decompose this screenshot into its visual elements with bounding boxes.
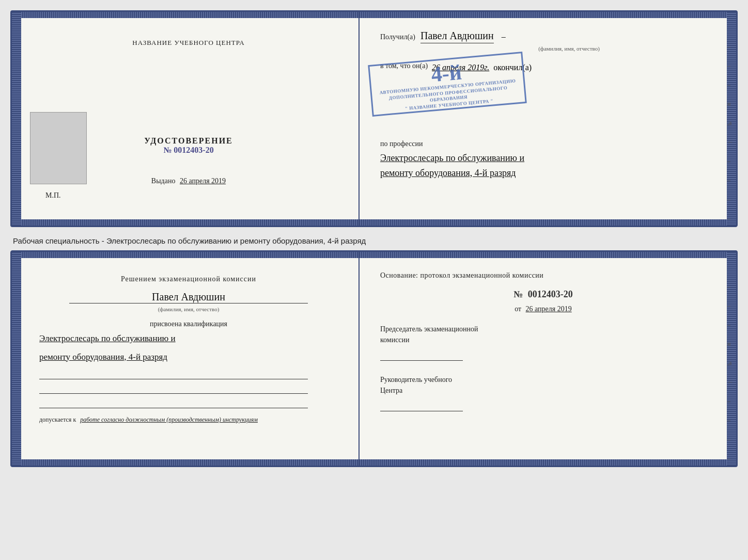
recipient-row: Получил(а) Павел Авдюшин – — [380, 30, 706, 44]
person-name: Павел Авдюшин — [69, 291, 308, 303]
mark-4: и — [727, 100, 734, 108]
right-side-marks: – – – и ,а ← – – – – — [727, 43, 734, 222]
mark-8: – — [727, 177, 734, 184]
chairman-line1: Председатель экзаменационной — [380, 324, 706, 334]
допускается-text: работе согласно должностным (производств… — [80, 416, 258, 423]
bmark-4: и — [727, 340, 734, 348]
top-doc-right: Получил(а) Павел Авдюшин – (фамилия, имя… — [360, 12, 736, 226]
bmark-6: ← — [727, 378, 734, 386]
sig-line-3 — [39, 398, 308, 408]
number-value: 0012403-20 — [174, 146, 213, 154]
mark-3: – — [727, 81, 734, 89]
fio-hint-bottom: (фамилия, имя, отчество) — [39, 306, 338, 312]
decision-title: Решением экзаменационной комиссии — [39, 275, 338, 283]
photo-placeholder — [30, 112, 87, 184]
top-center-title: НАЗВАНИЕ УЧЕБНОГО ЦЕНТРА — [132, 39, 244, 47]
bottom-document: Решением экзаменационной комиссии Павел … — [10, 250, 738, 467]
qualification-line1: Электрослесарь по обслуживанию и — [39, 331, 338, 347]
qualification-line2: ремонту оборудования, 4-й разряд — [39, 349, 338, 365]
допускается-block: допускается к работе согласно должностны… — [39, 416, 338, 424]
from-date: от 26 апреля 2019 — [380, 305, 706, 313]
руководитель-sig-line — [380, 401, 463, 411]
mark-1: – — [727, 43, 734, 51]
bmark-8: – — [727, 417, 734, 424]
mark-9: – — [727, 196, 734, 203]
top-doc-left: НАЗВАНИЕ УЧЕБНОГО ЦЕНТРА УДОСТОВЕРЕНИЕ №… — [12, 12, 360, 226]
bottom-right-side-marks: – – – и ,а ← – – – – — [727, 283, 734, 462]
bottom-doc-left: Решением экзаменационной комиссии Павел … — [12, 252, 360, 466]
ot-date: 26 апреля 2019 — [526, 305, 572, 313]
osnowanie-text: Основание: протокол экзаменационной коми… — [380, 270, 706, 281]
vydano-line: Выдано 26 апреля 2019 — [151, 177, 226, 185]
fio-hint-top: (фамилия, имя, отчество) — [432, 45, 706, 52]
stamp-overlay: 4-й АВТОНОМНУЮ НЕКОММЕРЧЕСКУЮ ОРГАНИЗАЦИ… — [368, 52, 527, 117]
bmark-9: – — [727, 436, 734, 443]
bottom-doc-right: Основание: протокол экзаменационной коми… — [360, 252, 736, 466]
bmark-3: – — [727, 321, 734, 329]
vydano-label: Выдано — [151, 177, 176, 185]
udostoverenie-block: УДОСТОВЕРЕНИЕ № 0012403-20 — [144, 136, 233, 155]
chairman-line2: комиссии — [380, 334, 706, 345]
top-doc-right-content: Получил(а) Павел Авдюшин – (фамилия, имя… — [375, 22, 711, 188]
poluchil-label: Получил(а) — [380, 33, 415, 41]
руководитель-line2: Центра — [380, 385, 706, 396]
sig-line-2 — [39, 383, 308, 394]
bmark-10: – — [727, 455, 734, 462]
руководитель-block: Руководитель учебного Центра — [380, 374, 706, 414]
profession-block: по профессии Электрослесарь по обслужива… — [380, 140, 706, 181]
specialty-label: Рабочая специальность - Электрослесарь п… — [10, 232, 738, 245]
руководитель-line1: Руководитель учебного — [380, 374, 706, 385]
bottom-right-content: Основание: протокол экзаменационной коми… — [375, 262, 711, 422]
chairman-sig-line — [380, 350, 463, 361]
po-professii-label: по профессии — [380, 140, 706, 148]
bmark-7: – — [727, 397, 734, 405]
mark-7: – — [727, 157, 734, 165]
protocol-number: № 0012403-20 — [380, 289, 706, 300]
mark-6: ← — [727, 138, 734, 146]
top-doc-left-content: НАЗВАНИЕ УЧЕБНОГО ЦЕНТРА УДОСТОВЕРЕНИЕ №… — [127, 27, 250, 197]
chairman-block: Председатель экзаменационной комиссии — [380, 324, 706, 364]
dash: – — [502, 32, 506, 41]
sig-line-1 — [39, 369, 308, 379]
profession-line1: Электрослесарь по обслуживанию и — [380, 151, 706, 166]
protocol-number-label: № — [513, 289, 523, 299]
bottom-left-content: Решением экзаменационной комиссии Павел … — [34, 267, 343, 431]
bmark-2: – — [727, 302, 734, 310]
bmark-5: ,а — [727, 359, 734, 367]
profession-line2: ремонту оборудования, 4-й разряд — [380, 166, 706, 181]
number-label: № — [163, 146, 172, 154]
person-block: Павел Авдюшин (фамилия, имя, отчество) — [39, 291, 338, 312]
mark-10: – — [727, 215, 734, 222]
udostoverenie-number: № 0012403-20 — [144, 146, 233, 155]
mark-2: – — [727, 62, 734, 70]
protocol-number-value: 0012403-20 — [528, 289, 573, 299]
udostoverenie-title: УДОСТОВЕРЕНИЕ — [144, 136, 233, 146]
assigned-text: присвоена квалификация — [39, 320, 338, 328]
recipient-name: Павел Авдюшин — [420, 30, 494, 43]
top-document: НАЗВАНИЕ УЧЕБНОГО ЦЕНТРА УДОСТОВЕРЕНИЕ №… — [10, 10, 738, 227]
vydano-date: 26 апреля 2019 — [180, 177, 226, 185]
mp-label: М.П. — [45, 191, 61, 200]
bmark-1: – — [727, 283, 734, 291]
page-wrapper: НАЗВАНИЕ УЧЕБНОГО ЦЕНТРА УДОСТОВЕРЕНИЕ №… — [10, 10, 738, 467]
ot-label: от — [515, 305, 521, 313]
допускается-prefix: допускается к — [39, 416, 76, 423]
mark-5: ,а — [727, 119, 734, 127]
